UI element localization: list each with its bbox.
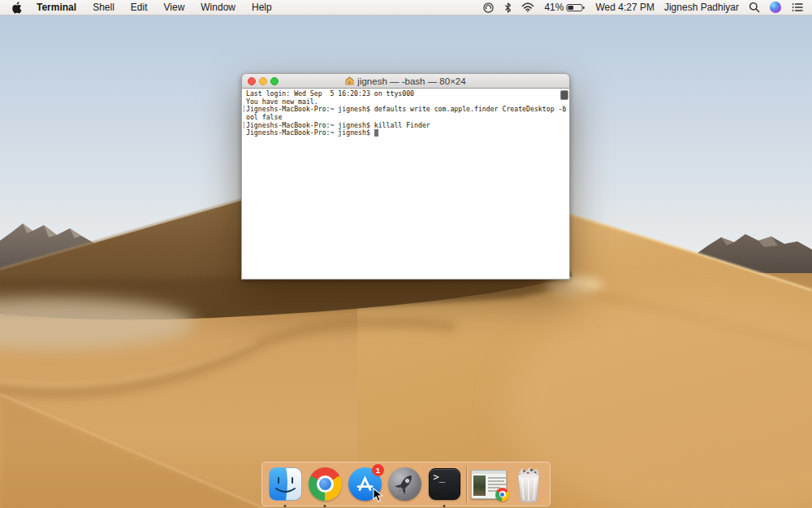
terminal-line-text: Jigneshs-MacBook-Pro:~ jignesh$ [246, 129, 374, 137]
battery-percent: 41% [544, 2, 564, 13]
dock-item-launchpad[interactable] [387, 467, 422, 502]
terminal-cursor [374, 129, 378, 136]
trash-full-icon [512, 465, 545, 504]
wifi-icon[interactable] [521, 2, 534, 12]
terminal-line: Jigneshs-MacBook-Pro:~ jignesh$ [246, 129, 569, 137]
launchpad-icon [388, 467, 421, 501]
chrome-icon [309, 467, 342, 501]
menu-clock[interactable]: Wed 4:27 PM [595, 2, 654, 13]
window-title-bar[interactable]: jignesh — -bash — 80×24 [241, 73, 570, 89]
terminal-app-icon: >_ [429, 468, 460, 500]
minimize-button[interactable] [259, 77, 267, 85]
terminal-line-text: ool false [246, 113, 282, 121]
zoom-button[interactable] [270, 77, 279, 85]
terminal-app-glyph: >_ [434, 471, 445, 483]
menu-item-help[interactable]: Help [244, 0, 280, 15]
window-title-text: jignesh — -bash — 80×24 [357, 76, 465, 86]
siri-icon[interactable] [770, 2, 781, 13]
bluetooth-icon[interactable] [504, 2, 512, 13]
thumbnail-header [472, 471, 506, 474]
menu-item-window[interactable]: Window [192, 0, 244, 15]
menu-item-edit[interactable]: Edit [123, 0, 156, 15]
thumbnail-photo [473, 475, 486, 496]
notification-center-icon[interactable] [791, 2, 804, 13]
spotlight-search-icon[interactable] [749, 2, 760, 13]
terminal-line-text: You have new mail. [246, 98, 318, 106]
menu-user-name[interactable]: Jignesh Padhiyar [664, 2, 739, 13]
dock-item-trash[interactable] [511, 467, 546, 502]
chrome-badge-center [500, 493, 504, 497]
mouse-cursor [373, 488, 384, 503]
menu-bar: Terminal Shell Edit View Window Help [0, 0, 812, 15]
running-indicator [284, 505, 287, 507]
dock-item-finder[interactable] [267, 467, 303, 502]
dock-item-terminal[interactable]: >_ [426, 467, 462, 502]
apple-menu-icon[interactable] [8, 2, 28, 14]
minimized-window-thumbnail [471, 470, 507, 499]
terminal-line-text: Jigneshs-MacBook-Pro:~ jignesh$ killall … [246, 121, 430, 129]
desktop: Terminal Shell Edit View Window Help [0, 0, 812, 508]
running-indicator [324, 505, 326, 507]
finder-icon [269, 467, 302, 501]
thumbnail-text-line [488, 477, 506, 479]
menu-bar-left: Terminal Shell Edit View Window Help [8, 0, 280, 15]
sync-swirl-icon[interactable] [482, 2, 495, 14]
dock-item-minimized-window[interactable] [471, 467, 507, 502]
home-folder-icon [345, 76, 354, 85]
thumbnail-text-line [488, 480, 504, 482]
close-button[interactable] [248, 77, 256, 85]
terminal-line-text: Jigneshs-MacBook-Pro:~ jignesh$ defaults… [246, 105, 566, 113]
dock: 1 >_ [261, 462, 551, 506]
menu-item-shell[interactable]: Shell [84, 0, 123, 15]
app-store-badge: 1 [372, 464, 384, 476]
running-indicator [443, 505, 446, 507]
terminal-line: [Jigneshs-MacBook-Pro:~ jignesh$ default… [246, 106, 569, 114]
terminal-window: jignesh — -bash — 80×24 Last login: Wed … [241, 73, 570, 280]
chrome-badge-icon [495, 488, 509, 501]
menu-item-terminal[interactable]: Terminal [28, 0, 84, 15]
window-title: jignesh — -bash — 80×24 [345, 76, 465, 86]
dock-item-chrome[interactable] [307, 467, 343, 502]
thumbnail-text-line [488, 484, 506, 485]
scrollbar-thumb[interactable] [560, 90, 568, 100]
terminal-line-text: Last login: Wed Sep 5 16:20:23 on ttys00… [246, 89, 414, 98]
dock-separator [466, 466, 467, 503]
chrome-icon-center [319, 478, 331, 490]
battery-status[interactable]: 41% [544, 2, 585, 13]
command-mark-close: ] [563, 106, 567, 114]
menu-item-view[interactable]: View [156, 0, 193, 15]
menu-bar-status: 41% Wed 4:27 PM Jignesh Padhiyar [482, 2, 807, 14]
terminal-content[interactable]: Last login: Wed Sep 5 16:20:23 on ttys00… [241, 89, 570, 280]
battery-icon [566, 2, 585, 13]
